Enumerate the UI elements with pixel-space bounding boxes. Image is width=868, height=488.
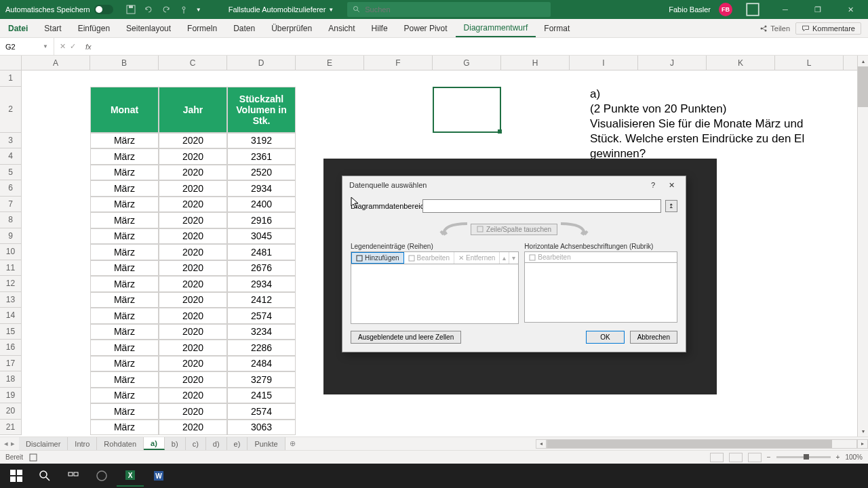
row-header-11[interactable]: 11 (0, 260, 21, 277)
table-cell[interactable]: März (90, 133, 159, 149)
table-cell[interactable]: 2020 (159, 197, 227, 213)
page-layout-view-button[interactable] (729, 453, 743, 462)
table-cell[interactable]: 2020 (159, 260, 227, 277)
scroll-up-button[interactable]: ▴ (858, 56, 868, 66)
start-button[interactable] (3, 465, 30, 487)
table-cell[interactable]: 2415 (227, 388, 296, 404)
tab-daten[interactable]: Daten (225, 19, 263, 37)
row-header-2[interactable]: 2 (0, 87, 21, 133)
sheet-tab-d[interactable]: d) (206, 437, 227, 450)
undo-icon[interactable] (143, 4, 154, 15)
zoom-out-button[interactable]: − (767, 453, 771, 461)
table-cell[interactable]: März (90, 340, 159, 356)
vertical-scrollbar[interactable]: ▴ ▾ (857, 56, 868, 436)
share-button[interactable]: Teilen (760, 24, 790, 33)
minimize-button[interactable]: ─ (773, 0, 797, 19)
table-cell[interactable]: 2574 (227, 403, 296, 420)
column-header-b[interactable]: B (90, 56, 159, 70)
table-cell[interactable]: März (90, 148, 159, 165)
table-cell[interactable]: März (90, 420, 159, 436)
name-box-input[interactable] (5, 43, 43, 51)
search-box[interactable] (347, 2, 551, 17)
touch-icon[interactable] (178, 4, 189, 15)
table-cell[interactable]: März (90, 228, 159, 245)
row-header-1[interactable]: 1 (0, 70, 21, 87)
table-cell[interactable]: 2481 (227, 244, 296, 260)
table-cell[interactable]: 2020 (159, 148, 227, 165)
row-header-6[interactable]: 6 (0, 180, 21, 197)
table-cell[interactable]: März (90, 324, 159, 340)
redo-icon[interactable] (161, 4, 172, 15)
column-header-f[interactable]: F (364, 56, 433, 70)
vscroll-thumb[interactable] (858, 66, 868, 107)
task-view-button[interactable] (60, 465, 87, 487)
word-taskbar-button[interactable]: W (145, 465, 172, 487)
table-cell[interactable]: 2412 (227, 292, 296, 308)
toggle-switch[interactable] (94, 5, 113, 14)
table-cell[interactable]: 2020 (159, 212, 227, 228)
row-header-12[interactable]: 12 (0, 276, 21, 292)
fx-label[interactable]: fx (81, 43, 96, 51)
table-cell[interactable]: 2361 (227, 148, 296, 165)
dialog-help-button[interactable]: ? (647, 180, 659, 191)
table-cell[interactable]: 3234 (227, 324, 296, 340)
tab-seitenlayout[interactable]: Seitenlayout (118, 19, 179, 37)
select-all-corner[interactable] (0, 56, 22, 70)
header-monat[interactable]: Monat (90, 87, 159, 133)
table-cell[interactable]: März (90, 292, 159, 308)
sheet-nav[interactable]: ◂▸ (0, 437, 19, 450)
row-header-14[interactable]: 14 (0, 308, 21, 324)
user-avatar[interactable]: FB (719, 3, 732, 16)
table-cell[interactable]: 2020 (159, 308, 227, 324)
name-box[interactable]: ▼ (0, 38, 54, 55)
filename[interactable]: Fallstudie Automobilzulieferer ▼ (229, 5, 334, 14)
row-header-9[interactable]: 9 (0, 228, 21, 245)
row-header-16[interactable]: 16 (0, 340, 21, 356)
page-break-view-button[interactable] (748, 453, 762, 462)
maximize-button[interactable]: ❐ (806, 0, 830, 19)
taskbar-app-1[interactable] (88, 465, 115, 487)
row-header-7[interactable]: 7 (0, 197, 21, 213)
hidden-empty-cells-button[interactable]: Ausgeblendete und leere Zellen (351, 331, 461, 344)
row-header-13[interactable]: 13 (0, 292, 21, 308)
table-cell[interactable]: März (90, 244, 159, 260)
zoom-in-button[interactable]: + (836, 453, 840, 461)
table-cell[interactable]: 2286 (227, 340, 296, 356)
table-cell[interactable]: März (90, 260, 159, 277)
table-cell[interactable]: 2020 (159, 403, 227, 420)
sheet-tab-intro[interactable]: Intro (68, 437, 97, 450)
column-header-i[interactable]: I (570, 56, 638, 70)
tab-diagrammentwurf[interactable]: Diagrammentwurf (456, 19, 536, 37)
table-cell[interactable]: 2934 (227, 276, 296, 292)
sheet-tab-e[interactable]: e) (227, 437, 248, 450)
horizontal-scrollbar[interactable]: ◂ ▸ (536, 437, 868, 450)
tab-hilfe[interactable]: Hilfe (363, 19, 396, 37)
table-cell[interactable]: 3279 (227, 371, 296, 388)
sheet-tab-b[interactable]: b) (165, 437, 186, 450)
axis-labels-list[interactable] (524, 263, 677, 323)
column-header-j[interactable]: J (638, 56, 707, 70)
table-cell[interactable]: 2020 (159, 292, 227, 308)
zoom-level[interactable]: 100% (845, 453, 863, 461)
tab-ueberpruefen[interactable]: Überprüfen (263, 19, 320, 37)
ribbon-display-icon[interactable] (741, 0, 765, 19)
chart-data-range-input[interactable] (422, 199, 661, 213)
column-header-d[interactable]: D (227, 56, 296, 70)
normal-view-button[interactable] (710, 453, 724, 462)
legend-series-list[interactable] (351, 264, 519, 324)
sheet-tab-a[interactable]: a) (144, 437, 165, 450)
formula-input[interactable] (96, 43, 868, 51)
table-cell[interactable]: 2020 (159, 371, 227, 388)
column-header-k[interactable]: K (707, 56, 775, 70)
table-cell[interactable]: März (90, 308, 159, 324)
user-name[interactable]: Fabio Basler (669, 5, 711, 14)
table-cell[interactable]: März (90, 388, 159, 404)
column-header-l[interactable]: L (775, 56, 844, 70)
table-cell[interactable]: 2520 (227, 165, 296, 181)
dialog-titlebar[interactable]: Datenquelle auswählen ? ✕ (342, 176, 686, 194)
macro-record-icon[interactable] (28, 453, 38, 462)
table-cell[interactable]: 2400 (227, 197, 296, 213)
table-cell[interactable]: 2020 (159, 133, 227, 149)
table-cell[interactable]: 2916 (227, 212, 296, 228)
search-taskbar-button[interactable] (31, 465, 58, 487)
